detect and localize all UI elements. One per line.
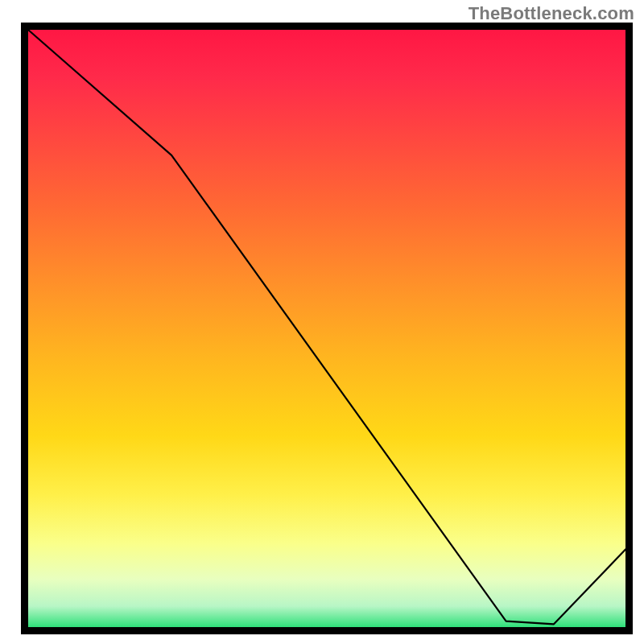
watermark-text: TheBottleneck.com — [469, 3, 634, 24]
bottleneck-chart — [0, 0, 644, 644]
chart-stage: TheBottleneck.com — [0, 0, 644, 644]
plot-background — [28, 30, 625, 627]
